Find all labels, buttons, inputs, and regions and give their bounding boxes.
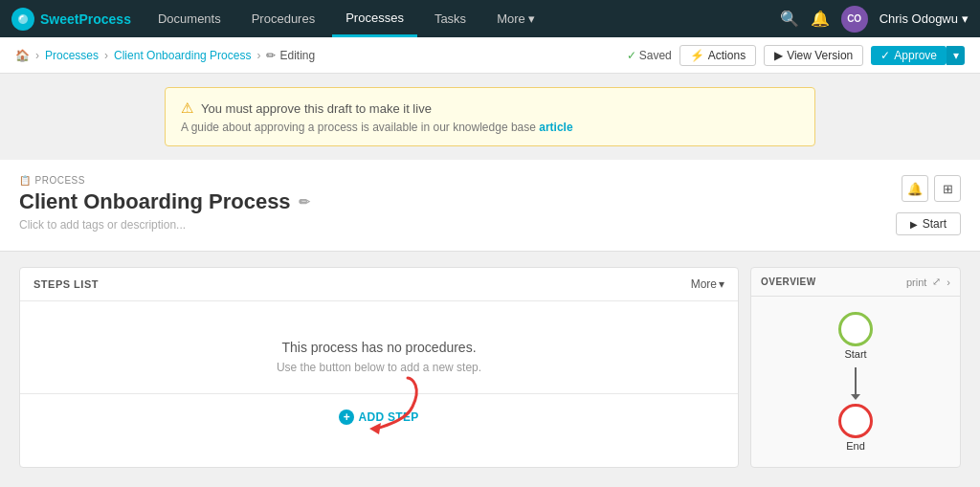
breadcrumb-processes[interactable]: Processes (45, 49, 99, 62)
flow-start-node: Start (838, 312, 873, 360)
main-area: ⚠ You must approve this draft to make it… (0, 87, 980, 487)
steps-empty-desc: Use the button below to add a new step. (39, 361, 719, 374)
user-menu[interactable]: Chris Odogwu ▾ (880, 11, 969, 26)
content-panels: STEPS LIST More ▾ This process has no pr… (0, 252, 980, 483)
avatar: CO (841, 6, 868, 33)
plus-circle-icon: + (339, 410, 354, 425)
chevron-down-icon: ▾ (962, 11, 969, 26)
process-card: 📋 PROCESS Client Onboarding Process ✏ Cl… (0, 160, 980, 252)
nav-tasks[interactable]: Tasks (421, 0, 479, 37)
flow-connector (855, 367, 857, 396)
search-icon[interactable]: 🔍 (780, 10, 799, 28)
check-icon: ✓ (627, 49, 636, 62)
saved-status: ✓ Saved (627, 49, 672, 62)
add-step-button[interactable]: + ADD STEP (339, 410, 418, 425)
nav-more[interactable]: More ▾ (483, 0, 548, 37)
grid-btn[interactable]: ⊞ (934, 175, 961, 202)
end-circle (838, 404, 873, 438)
nav-documents[interactable]: Documents (145, 0, 234, 37)
alert-banner: ⚠ You must approve this draft to make it… (165, 87, 815, 146)
steps-empty: This process has no procedures. Use the … (20, 301, 738, 393)
process-label-icon: 📋 (19, 175, 32, 186)
bell-icon[interactable]: 🔔 (811, 10, 830, 28)
add-step-row: + ADD STEP (20, 393, 738, 440)
overview-title: OVERVIEW (761, 277, 816, 287)
steps-header: STEPS LIST More ▾ (20, 268, 738, 301)
top-nav: SweetProcess Documents Procedures Proces… (0, 0, 980, 37)
bell-btn[interactable]: 🔔 (902, 175, 928, 202)
view-version-button[interactable]: ▶ View Version (764, 45, 863, 66)
breadcrumb-actions: ✓ Saved ⚡ Actions ▶ View Version ✓ Appro… (627, 45, 965, 66)
grid-icon: ⊞ (943, 182, 953, 196)
steps-more-button[interactable]: More ▾ (691, 277, 724, 291)
approve-group: ✓ Approve ▾ (871, 46, 965, 65)
overview-chevron-icon[interactable]: › (947, 277, 950, 288)
overview-panel: OVERVIEW print ⤢ › Start End (750, 267, 961, 468)
alert-article-link[interactable]: article (539, 121, 572, 134)
approve-button[interactable]: ✓ Approve (871, 46, 947, 65)
actions-button[interactable]: ⚡ Actions (679, 45, 756, 66)
bell-icon: 🔔 (907, 182, 923, 196)
expand-icon[interactable]: ⤢ (932, 276, 941, 288)
nav-right: 🔍 🔔 CO Chris Odogwu ▾ (780, 6, 969, 33)
logo-text: SweetProcess (40, 11, 131, 27)
steps-panel: STEPS LIST More ▾ This process has no pr… (19, 267, 739, 468)
check-icon: ✓ (880, 49, 890, 62)
overview-actions: print ⤢ › (906, 276, 950, 288)
edit-title-icon[interactable]: ✏ (299, 194, 310, 210)
alert-description: A guide about approving a process is ava… (181, 121, 799, 134)
process-description[interactable]: Click to add tags or description... (19, 218, 961, 232)
lightning-icon: ⚡ (690, 49, 704, 62)
breadcrumb-process-name[interactable]: Client Onboarding Process (114, 49, 251, 62)
overview-print[interactable]: print (906, 277, 926, 288)
steps-title: STEPS LIST (33, 278, 99, 290)
overview-header: OVERVIEW print ⤢ › (751, 268, 960, 297)
app-logo[interactable]: SweetProcess (11, 8, 131, 31)
start-circle (838, 312, 873, 346)
end-label: End (846, 440, 865, 452)
play-icon: ▶ (910, 219, 918, 230)
breadcrumb-home[interactable]: 🏠 (15, 49, 30, 62)
steps-empty-title: This process has no procedures. (39, 340, 719, 355)
pencil-icon: ✏ (266, 49, 276, 62)
breadcrumb-bar: 🏠 › Processes › Client Onboarding Proces… (0, 37, 980, 74)
process-title: Client Onboarding Process ✏ (19, 189, 961, 214)
warning-icon: ⚠ (181, 100, 193, 117)
flow-end-node: End (838, 404, 873, 452)
chevron-down-icon: ▾ (719, 277, 724, 291)
chevron-down-icon: ▾ (528, 11, 535, 26)
overview-content: Start End (751, 297, 960, 467)
alert-title: ⚠ You must approve this draft to make it… (181, 100, 799, 117)
logo-icon (11, 8, 34, 31)
start-label: Start (844, 348, 866, 360)
approve-dropdown-button[interactable]: ▾ (947, 46, 965, 65)
nav-procedures[interactable]: Procedures (238, 0, 328, 37)
nav-processes[interactable]: Processes (332, 0, 417, 37)
process-card-actions: 🔔 ⊞ (902, 175, 961, 202)
start-button[interactable]: ▶ Start (896, 212, 961, 235)
play-icon: ▶ (774, 49, 783, 62)
process-label: 📋 PROCESS (19, 175, 961, 186)
breadcrumb-editing: ✏ Editing (266, 49, 315, 62)
